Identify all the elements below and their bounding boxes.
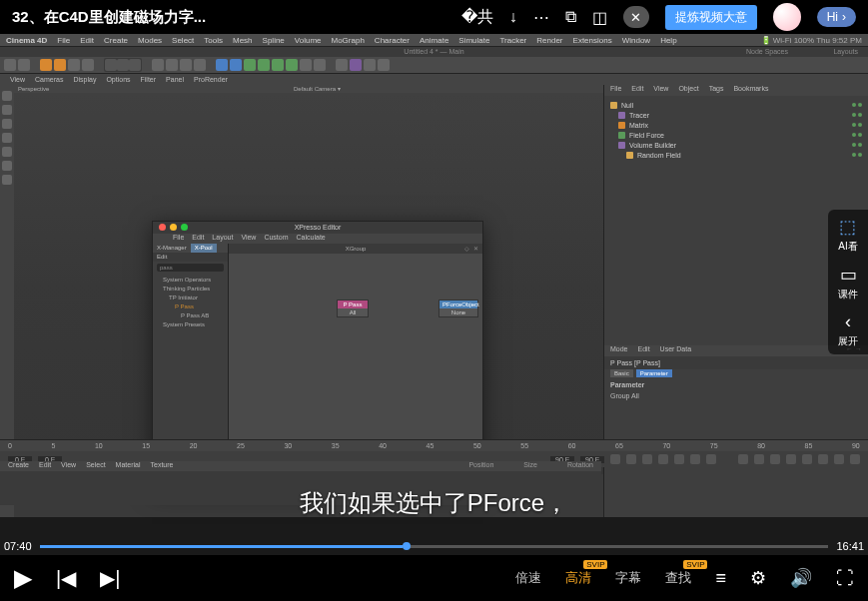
menu-tools[interactable]: Tools xyxy=(204,36,223,45)
deformer-icon[interactable] xyxy=(258,59,270,71)
speed-button[interactable]: 倍速 xyxy=(515,569,541,587)
attr-tab-parameter[interactable]: Parameter xyxy=(636,369,672,377)
caption-button[interactable]: 字幕 xyxy=(615,569,641,587)
play-button[interactable]: ▶ xyxy=(14,564,32,592)
min-traffic-icon[interactable] xyxy=(170,224,177,231)
seek-bar[interactable] xyxy=(40,545,829,548)
vp-filter[interactable]: Filter xyxy=(141,76,157,83)
max-traffic-icon[interactable] xyxy=(181,224,188,231)
xp-edit-row[interactable]: Edit xyxy=(153,253,228,262)
field-icon[interactable] xyxy=(272,59,284,71)
xp-menu-layout[interactable]: Layout xyxy=(212,234,233,244)
menu-create[interactable]: Create xyxy=(104,36,128,45)
render-icon[interactable] xyxy=(152,59,164,71)
light-icon[interactable] xyxy=(314,59,326,71)
camera-icon[interactable] xyxy=(300,59,312,71)
menu-app[interactable]: Cinema 4D xyxy=(6,36,47,45)
select-tool-icon[interactable] xyxy=(54,59,66,71)
courseware-button[interactable]: ▭课件 xyxy=(838,264,858,301)
attr-userdata[interactable]: User Data xyxy=(660,345,692,356)
xp-menu-custom[interactable]: Custom xyxy=(264,234,288,244)
tl-param-icon[interactable] xyxy=(834,454,844,464)
menu-mograph[interactable]: MoGraph xyxy=(332,36,365,45)
close-button[interactable]: ✕ xyxy=(623,6,649,28)
xmanager-tab[interactable]: X-Manager xyxy=(153,244,191,253)
vp-prorender[interactable]: ProRender xyxy=(194,76,228,83)
seek-thumb[interactable] xyxy=(403,542,411,550)
tree-ppassab[interactable]: P Pass AB xyxy=(157,311,224,320)
undo-icon[interactable] xyxy=(4,59,16,71)
layouts-dropdown[interactable]: Layouts xyxy=(833,47,858,57)
menu-extensions[interactable]: Extensions xyxy=(573,36,612,45)
tl-gotostart-icon[interactable] xyxy=(610,454,620,464)
picture-viewer-icon[interactable] xyxy=(194,59,206,71)
tree-tp[interactable]: Thinking Particles xyxy=(157,285,224,294)
avatar[interactable] xyxy=(773,3,801,31)
mat-select[interactable]: Select xyxy=(86,461,105,471)
ai-watch-button[interactable]: ⬚AI看 xyxy=(838,216,857,254)
volume-icon[interactable] xyxy=(364,59,376,71)
spline-primitive-icon[interactable] xyxy=(230,59,242,71)
menu-spline[interactable]: Spline xyxy=(263,36,285,45)
tree-presets[interactable]: System Presets xyxy=(157,320,224,329)
z-axis-icon[interactable] xyxy=(129,59,141,71)
menu-window[interactable]: Window xyxy=(622,36,650,45)
mat-view[interactable]: View xyxy=(61,461,76,471)
tree-ppass[interactable]: P Pass xyxy=(157,302,224,311)
tl-pos-icon[interactable] xyxy=(786,454,796,464)
menu-modes[interactable]: Modes xyxy=(138,36,162,45)
tl-play-icon[interactable] xyxy=(658,454,668,464)
share-icon[interactable]: �共 xyxy=(461,7,493,28)
tl-nextkey-icon[interactable] xyxy=(690,454,700,464)
vp-display[interactable]: Display xyxy=(73,76,96,83)
tl-prevframe-icon[interactable] xyxy=(642,454,652,464)
download-icon[interactable]: ↓ xyxy=(509,8,517,26)
attr-group-field[interactable]: Group All xyxy=(610,392,862,399)
mat-edit[interactable]: Edit xyxy=(39,461,51,471)
timeline-ruler[interactable]: 051015202530354045505560657075808590 xyxy=(0,439,868,451)
rotate-tool-icon[interactable] xyxy=(82,59,94,71)
tl-scale-icon[interactable] xyxy=(802,454,812,464)
cube-primitive-icon[interactable] xyxy=(216,59,228,71)
quality-button[interactable]: 高清SVIP xyxy=(565,569,591,587)
mograph-icon[interactable] xyxy=(350,59,362,71)
uv-mode-icon[interactable] xyxy=(2,175,12,185)
tl-rot-icon[interactable] xyxy=(818,454,828,464)
point-mode-icon[interactable] xyxy=(2,119,12,129)
menu-file[interactable]: File xyxy=(57,36,70,45)
vp-view[interactable]: View xyxy=(10,76,25,83)
menu-tracker[interactable]: Tracker xyxy=(499,36,526,45)
move-tool-icon[interactable] xyxy=(40,59,52,71)
y-axis-icon[interactable] xyxy=(117,59,129,71)
playlist-icon[interactable]: ≡ xyxy=(715,568,726,589)
tl-gotoend-icon[interactable] xyxy=(706,454,716,464)
menu-animate[interactable]: Animate xyxy=(420,36,448,45)
x-axis-icon[interactable] xyxy=(105,59,117,71)
prev-button[interactable]: |◀ xyxy=(56,566,76,590)
volume-icon[interactable]: 🔊 xyxy=(790,567,812,589)
bulb-icon[interactable] xyxy=(378,59,390,71)
vp-options[interactable]: Options xyxy=(106,76,130,83)
vp-cameras[interactable]: Cameras xyxy=(35,76,63,83)
mat-create[interactable]: Create xyxy=(8,461,29,471)
menu-volume[interactable]: Volume xyxy=(295,36,322,45)
tl-record-icon[interactable] xyxy=(738,454,748,464)
menu-select[interactable]: Select xyxy=(172,36,194,45)
object-row[interactable]: Matrix xyxy=(610,120,862,130)
node-spaces-dropdown[interactable]: Node Spaces xyxy=(746,47,788,57)
om-tags[interactable]: Tags xyxy=(709,85,724,96)
menu-render[interactable]: Render xyxy=(536,36,562,45)
xp-menu-calc[interactable]: Calculate xyxy=(297,234,326,244)
xp-node-pforce[interactable]: PForceObject None xyxy=(438,300,478,317)
xp-menu-file[interactable]: File xyxy=(173,234,184,244)
hi-button[interactable]: Hi › xyxy=(817,7,856,27)
edge-mode-icon[interactable] xyxy=(2,133,12,143)
object-row[interactable]: Null xyxy=(610,100,862,110)
xp-menu-edit[interactable]: Edit xyxy=(192,234,204,244)
tree-tpinit[interactable]: TP Initiator xyxy=(157,294,224,302)
tl-nextframe-icon[interactable] xyxy=(674,454,684,464)
fullscreen-icon[interactable]: ⛶ xyxy=(836,568,854,589)
xp-menu-view[interactable]: View xyxy=(241,234,256,244)
menu-help[interactable]: Help xyxy=(660,36,676,45)
render-settings-icon[interactable] xyxy=(180,59,192,71)
